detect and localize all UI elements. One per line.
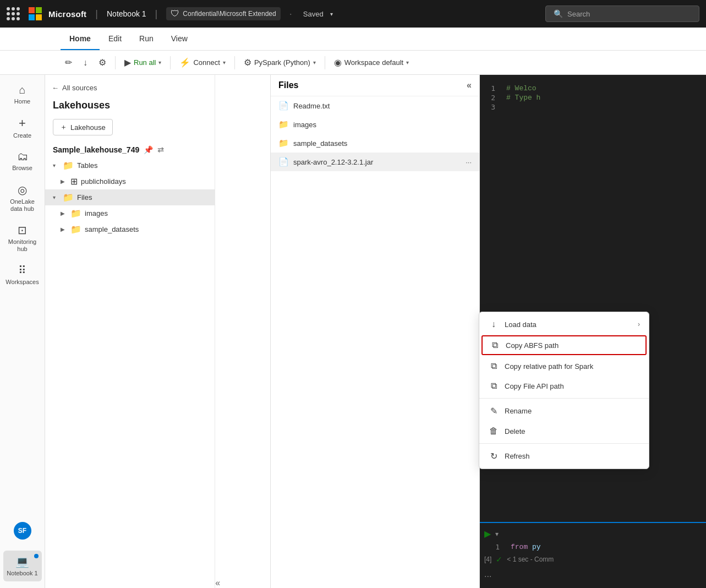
- ellipsis-label: ...: [480, 567, 706, 581]
- file-item-spark-jar[interactable]: 📄 spark-avro_2.12-3.2.1.jar ···: [271, 153, 479, 171]
- sidebar-create-label: Create: [13, 132, 31, 139]
- topbar: Microsoft | Notebook 1 | 🛡 Confidential\…: [0, 0, 706, 28]
- sidebar-item-home[interactable]: ⌂ Home: [3, 79, 42, 110]
- notebook-icon: 💻: [15, 555, 29, 568]
- sidebar-monitoring-label: Monitoring hub: [6, 238, 40, 253]
- publicholidays-label: publicholidays: [81, 177, 126, 186]
- files-caret-icon: ▾: [53, 194, 59, 200]
- files-panel: Files « 📄 Readme.txt 📁 images 📁 sample_d…: [271, 75, 480, 588]
- sidebar-item-create[interactable]: + Create: [3, 112, 42, 144]
- explorer-left: ← All sources Lakehouses ＋ Lakehouse Sam…: [45, 75, 215, 588]
- sidebar-item-monitoring[interactable]: ⊡ Monitoring hub: [3, 219, 42, 257]
- tree-item-files[interactable]: ▾ 📁 Files: [45, 189, 215, 205]
- create-icon: +: [19, 116, 26, 130]
- more-options-icon[interactable]: ···: [466, 158, 472, 166]
- sidebar-notebook-item[interactable]: 💻 Notebook 1: [3, 551, 42, 581]
- line-num-1: 1: [480, 84, 500, 92]
- readme-name: Readme.txt: [293, 102, 330, 110]
- menu-item-view[interactable]: View: [162, 28, 196, 50]
- toolbar: ✏ ↓ ⚙ ▶ Run all ▾ ⚡ Connect ▾ ⚙ PySpark …: [0, 51, 706, 75]
- file-item-readme[interactable]: 📄 Readme.txt: [271, 96, 479, 115]
- run-all-button[interactable]: ▶ Run all ▾: [120, 55, 166, 70]
- copy-relative-label: Copy relative path for Spark: [505, 362, 593, 371]
- pyspark-button[interactable]: ⚙ PySpark (Python) ▾: [239, 55, 320, 70]
- bottom-line-content: from py: [511, 543, 541, 551]
- onelake-icon: ◎: [18, 183, 27, 197]
- confidential-badge[interactable]: 🛡 Confidential\Microsoft Extended: [166, 7, 280, 20]
- sidebar-item-onelake[interactable]: ◎ OneLake data hub: [3, 179, 42, 217]
- workspace-button[interactable]: ◉ Workspace default ▾: [330, 55, 413, 70]
- settings-button[interactable]: ⚙: [94, 55, 111, 70]
- pyspark-caret[interactable]: ▾: [313, 59, 316, 66]
- ctx-item-delete[interactable]: 🗑 Delete: [479, 421, 649, 441]
- ctx-item-copy-relative[interactable]: ⧉ Copy relative path for Spark: [479, 356, 649, 376]
- all-sources-label: All sources: [62, 84, 97, 92]
- section-title: Lakehouses: [45, 97, 215, 117]
- lakehouse-name[interactable]: Sample_lakehouse_749 📌 ⇄: [45, 142, 215, 157]
- explorer-panel: ← All sources Lakehouses ＋ Lakehouse Sam…: [45, 75, 271, 588]
- notebook-title[interactable]: Notebook 1: [107, 9, 146, 18]
- refresh-label: Refresh: [505, 452, 530, 460]
- ctx-item-copy-abfs[interactable]: ⧉ Copy ABFS path: [481, 335, 647, 355]
- add-lakehouse-button[interactable]: ＋ Lakehouse: [53, 119, 113, 135]
- menu-item-home[interactable]: Home: [61, 28, 100, 50]
- ctx-item-copy-file-api[interactable]: ⧉ Copy File API path: [479, 376, 649, 396]
- copy-abfs-label: Copy ABFS path: [506, 341, 559, 350]
- images-folder-icon: 📁: [70, 208, 81, 219]
- sidebar-item-browse[interactable]: 🗂 Browse: [3, 146, 42, 176]
- images-dir-icon: 📁: [278, 119, 289, 129]
- collapse-icon: «: [215, 578, 266, 588]
- table-icon: ⊞: [70, 176, 78, 187]
- edit-button[interactable]: ✏: [61, 55, 76, 70]
- delete-label: Delete: [505, 427, 526, 435]
- microsoft-logo[interactable]: [29, 7, 42, 20]
- cell-num-label: [4]: [484, 556, 491, 563]
- main-content: ⌂ Home + Create 🗂 Browse ◎ OneLake data …: [0, 75, 706, 588]
- copy-relative-icon: ⧉: [488, 361, 499, 371]
- search-placeholder-text: Search: [567, 10, 590, 18]
- jar-icon: 📄: [278, 157, 289, 167]
- tree-item-images[interactable]: ▶ 📁 images: [45, 205, 215, 221]
- file-item-sample-datasets[interactable]: 📁 sample_datasets: [271, 134, 479, 153]
- code-bottom-cell: ▶ ▾ 1 from py [4] ✓ < 1 sec - Comm ...: [480, 522, 706, 588]
- images-caret-icon: ▶: [61, 210, 67, 216]
- ctx-item-rename[interactable]: ✎ Rename: [479, 401, 649, 421]
- workspace-icon: ◉: [334, 57, 342, 68]
- search-box[interactable]: 🔍 Search: [545, 6, 699, 22]
- caret-down-icon: ▾: [53, 162, 59, 168]
- connect-caret[interactable]: ▾: [223, 59, 226, 66]
- tree-item-tables[interactable]: ▾ 📁 Tables: [45, 157, 215, 173]
- bottom-line-num: 1: [484, 543, 504, 551]
- search-icon: 🔍: [554, 9, 563, 18]
- run-caret[interactable]: ▾: [158, 59, 161, 66]
- run-icon: ▶: [124, 57, 131, 68]
- menubar: Home Edit Run View: [0, 28, 706, 51]
- back-icon: ←: [52, 84, 59, 92]
- ctx-item-load-data[interactable]: ↓ Load data ›: [479, 314, 649, 334]
- explorer-collapse[interactable]: «: [215, 75, 270, 588]
- sidebar-item-workspaces[interactable]: ⠿ Workspaces: [3, 259, 42, 290]
- home-icon: ⌂: [19, 84, 25, 96]
- ctx-item-refresh[interactable]: ↻ Refresh: [479, 446, 649, 466]
- cell-dropdown-icon[interactable]: ▾: [495, 530, 499, 538]
- file-item-images[interactable]: 📁 images: [271, 115, 479, 134]
- files-label: Files: [77, 193, 92, 202]
- tree-item-publicholidays[interactable]: ▶ ⊞ publicholidays: [45, 173, 215, 189]
- code-line-1: 1 # Welco: [480, 84, 706, 93]
- files-collapse-icon[interactable]: «: [467, 80, 472, 90]
- saved-status: Saved: [303, 10, 324, 18]
- saved-caret[interactable]: ▾: [330, 11, 333, 17]
- workspace-caret[interactable]: ▾: [406, 59, 409, 66]
- menu-item-edit[interactable]: Edit: [100, 28, 130, 50]
- menu-item-run[interactable]: Run: [130, 28, 162, 50]
- tables-folder-icon: 📁: [63, 160, 74, 171]
- code-lines: 1 # Welco 2 # Type h 3: [480, 75, 706, 121]
- tree-item-sample-datasets[interactable]: ▶ 📁 sample_datasets: [45, 221, 215, 237]
- app-grid-icon[interactable]: [7, 7, 20, 20]
- user-avatar[interactable]: SF: [14, 522, 31, 540]
- sidebar-workspaces-label: Workspaces: [6, 279, 39, 286]
- download-button[interactable]: ↓: [79, 55, 92, 70]
- all-sources-link[interactable]: ← All sources: [45, 81, 215, 97]
- connect-button[interactable]: ⚡ Connect ▾: [175, 55, 229, 70]
- cell-run-button[interactable]: ▶: [484, 529, 491, 539]
